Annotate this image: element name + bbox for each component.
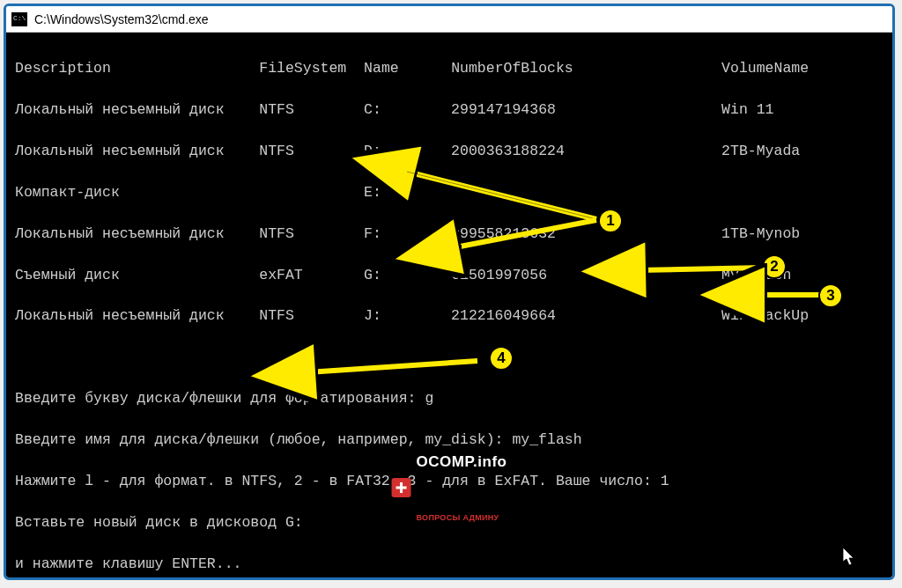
table-row: Локальный несъемный диск NTFS F: 9995582… bbox=[15, 224, 884, 244]
watermark-main: OCOMP.info bbox=[417, 452, 507, 473]
table-row: Локальный несъемный диск NTFS D: 2000363… bbox=[15, 141, 884, 161]
table-row: Съемный диск exFAT G: 61501997056 My fla… bbox=[15, 265, 884, 285]
watermark: OCOMP.info ВОПРОСЫ АДМИНУ bbox=[392, 411, 507, 565]
prompt-drive: Введите букву диска/флешки для форматиро… bbox=[15, 388, 884, 408]
table-header: Description FileSystem Name NumberOfBloc… bbox=[15, 58, 884, 78]
annotation-badge-3: 3 bbox=[818, 283, 843, 308]
blank-line bbox=[15, 347, 884, 367]
titlebar[interactable]: C:\Windows\System32\cmd.exe bbox=[6, 6, 892, 33]
terminal-area[interactable]: Description FileSystem Name NumberOfBloc… bbox=[6, 33, 892, 577]
plus-icon bbox=[392, 478, 411, 497]
watermark-sub: ВОПРОСЫ АДМИНУ bbox=[417, 512, 507, 524]
window-frame: C:\Windows\System32\cmd.exe Description … bbox=[4, 4, 895, 580]
cmd-icon bbox=[11, 12, 27, 26]
window-title: C:\Windows\System32\cmd.exe bbox=[34, 12, 209, 26]
table-row: Локальный несъемный диск NTFS C: 2991471… bbox=[15, 99, 884, 120]
mouse-cursor-icon bbox=[843, 548, 857, 567]
table-row: Локальный несъемный диск NTFS J: 2122160… bbox=[15, 305, 884, 326]
arrow-3 bbox=[746, 286, 834, 304]
table-row: Компакт-диск E: bbox=[15, 182, 884, 202]
